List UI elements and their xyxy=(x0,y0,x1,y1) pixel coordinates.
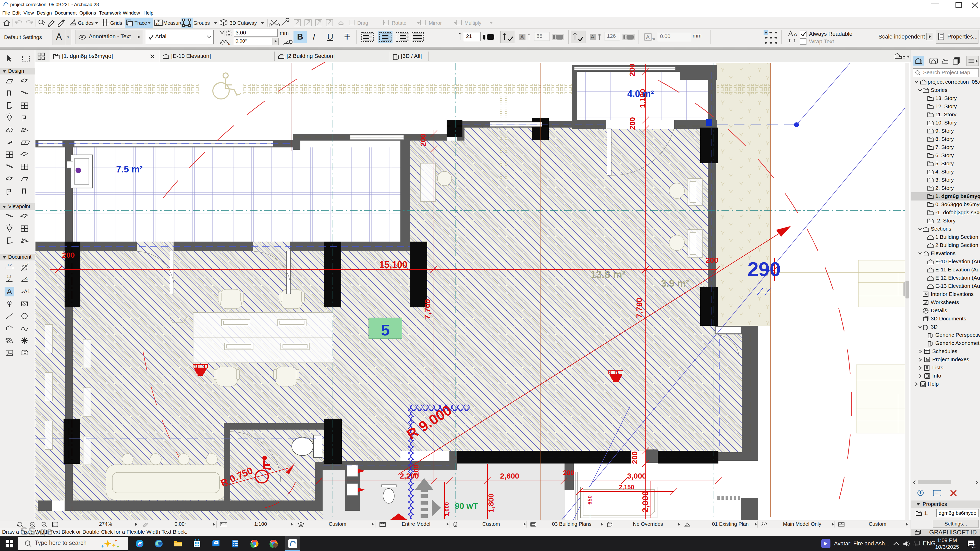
svg-text:Measure: Measure xyxy=(163,20,183,26)
svg-text:Mirror: Mirror xyxy=(429,20,442,26)
svg-text:A: A xyxy=(646,34,650,40)
svg-text:1: 1 xyxy=(9,301,10,304)
svg-text:Grids: Grids xyxy=(110,20,122,26)
svg-text:90 wT: 90 wT xyxy=(455,501,478,511)
svg-text:2,150: 2,150 xyxy=(619,484,634,491)
svg-text:Guides: Guides xyxy=(78,20,94,26)
svg-text:Multiply: Multiply xyxy=(465,20,481,26)
svg-text:1.2: 1.2 xyxy=(7,263,12,267)
svg-text:2,000: 2,000 xyxy=(640,491,650,513)
svg-text:12: 12 xyxy=(156,22,159,26)
svg-text:7.5 m²: 7.5 m² xyxy=(116,164,143,175)
svg-text:Groups: Groups xyxy=(193,20,210,26)
svg-text:Drag: Drag xyxy=(357,20,368,26)
svg-text:2,600: 2,600 xyxy=(500,472,519,480)
svg-text:3,000: 3,000 xyxy=(627,472,646,480)
svg-text:200: 200 xyxy=(628,117,636,130)
svg-text:200: 200 xyxy=(412,465,420,476)
svg-text:1: 1 xyxy=(973,545,975,548)
svg-text:A: A xyxy=(520,34,524,40)
svg-text:5: 5 xyxy=(381,321,390,339)
svg-text:200: 200 xyxy=(628,64,636,76)
svg-text:1,800: 1,800 xyxy=(487,493,495,513)
svg-text:A: A xyxy=(6,287,12,296)
svg-text:A: A xyxy=(591,34,594,40)
svg-text:650: 650 xyxy=(587,495,593,505)
svg-text:1.2: 1.2 xyxy=(25,262,29,266)
svg-text:1.2: 1.2 xyxy=(7,275,11,279)
svg-text:α: α xyxy=(25,276,27,281)
svg-text:13.8 m²: 13.8 m² xyxy=(590,269,625,280)
svg-text:1,000: 1,000 xyxy=(444,502,450,516)
svg-text:200: 200 xyxy=(62,251,75,259)
svg-text:200: 200 xyxy=(563,469,574,476)
svg-text:200: 200 xyxy=(419,134,427,146)
svg-text:3.9 m²: 3.9 m² xyxy=(661,278,689,289)
svg-text:7,700: 7,700 xyxy=(635,298,644,318)
svg-text:15,100: 15,100 xyxy=(379,259,407,270)
svg-text::=: := xyxy=(652,37,655,41)
svg-text:Rotate: Rotate xyxy=(392,20,406,26)
svg-text:4.0 m²: 4.0 m² xyxy=(627,89,654,99)
svg-text:A1: A1 xyxy=(24,289,30,294)
svg-text:7,700: 7,700 xyxy=(423,299,432,319)
svg-text:A: A xyxy=(794,32,797,37)
svg-text:290: 290 xyxy=(748,258,781,280)
svg-text:Trace: Trace xyxy=(135,20,147,26)
svg-text:3D Cutaway: 3D Cutaway xyxy=(230,20,257,26)
svg-text:200: 200 xyxy=(706,256,718,264)
svg-text:200: 200 xyxy=(630,451,639,464)
